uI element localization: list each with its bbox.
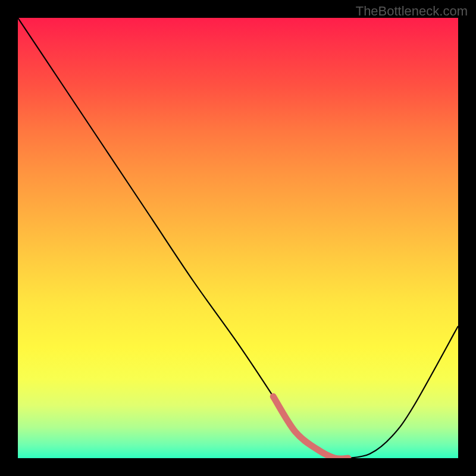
watermark-text: TheBottleneck.com — [356, 4, 468, 19]
chart-plot-area — [18, 18, 458, 458]
chart-svg-layer — [18, 18, 458, 458]
curve-highlight-segment — [273, 396, 348, 458]
bottleneck-curve — [18, 18, 458, 458]
